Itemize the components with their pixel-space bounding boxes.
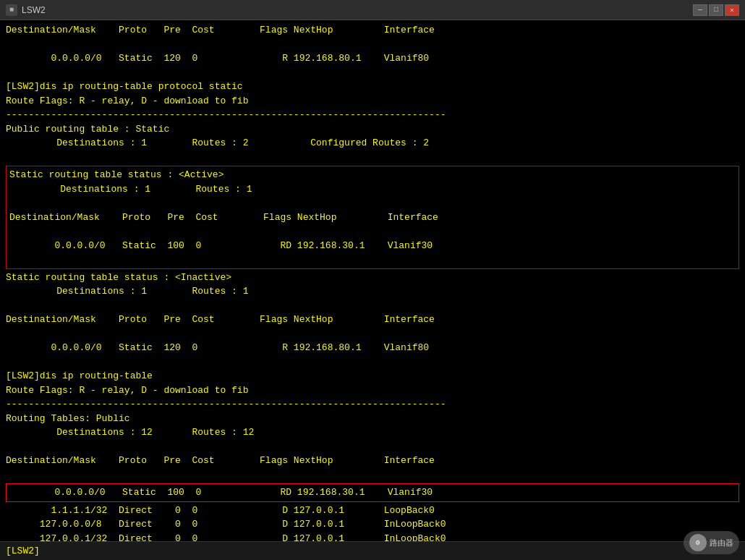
inactive-dest-routes: Destinations : 1 Routes : 1	[6, 284, 739, 299]
blank-3	[6, 150, 739, 165]
highlighted-route-row: 0.0.0.0/0 Static 100 0 RD 192.168.30.1 V…	[9, 485, 736, 500]
blank-10	[6, 440, 739, 454]
header-line-3: Destination/Mask Proto Pre Cost Flags Ne…	[6, 313, 739, 327]
minimize-button[interactable]: —	[693, 4, 707, 16]
inactive-route-row: 0.0.0.0/0 Static 120 0 R 192.168.80.1 Vl…	[6, 341, 739, 355]
header-line-2: Destination/Mask Proto Pre Cost Flags Ne…	[9, 211, 736, 225]
flags-line-1: Route Flags: R - relay, D - download to …	[6, 94, 739, 109]
inactive-status: Static routing table status : <Inactive>	[6, 271, 739, 285]
window-controls[interactable]: — □ ✕	[693, 4, 739, 16]
destinations-routes-2: Destinations : 12 Routes : 12	[6, 425, 739, 440]
watermark-text: 路由器	[710, 538, 733, 548]
maximize-button[interactable]: □	[709, 4, 723, 16]
blank-7	[6, 299, 739, 313]
blank-11	[6, 468, 739, 483]
watermark: ⚙ 路由器	[684, 531, 739, 554]
window-icon: ■	[6, 4, 17, 16]
cmd-line-1: [LSW2]dis ip routing-table protocol stat…	[6, 80, 739, 94]
route-line-1: 0.0.0.0/0 Static 120 0 R 192.168.80.1 Vl…	[6, 51, 739, 66]
separator-1: ----------------------------------------…	[6, 108, 739, 122]
close-button[interactable]: ✕	[725, 4, 739, 16]
title-bar: ■ LSW2 — □ ✕	[0, 0, 745, 20]
table-row-4: 127.0.0.1/32 Direct 0 0 D 127.0.0.1 InLo…	[6, 532, 739, 542]
blank-2	[6, 66, 739, 80]
cmd-line-2: [LSW2]dis ip routing-table	[6, 369, 739, 383]
terminal-content: Destination/Mask Proto Pre Cost Flags Ne…	[0, 20, 745, 541]
blank-6	[9, 253, 736, 267]
blank-5	[9, 224, 736, 239]
active-status: Static routing table status : <Active>	[9, 168, 736, 182]
active-routing-box: Static routing table status : <Active> D…	[6, 166, 739, 269]
terminal-prompt: [LSW2]	[6, 546, 40, 556]
bottom-bar: [LSW2]	[0, 541, 745, 560]
table-row-2: 1.1.1.1/32 Direct 0 0 D 127.0.0.1 LoopBa…	[6, 504, 739, 518]
routing-tables-public: Routing Tables: Public	[6, 412, 739, 426]
header-line-4: Destination/Mask Proto Pre Cost Flags Ne…	[6, 454, 739, 468]
table-row-3: 127.0.0.0/8 Direct 0 0 D 127.0.0.1 InLoo…	[6, 517, 739, 532]
window-title: LSW2	[22, 5, 689, 15]
blank-9	[6, 355, 739, 370]
highlighted-route-box: 0.0.0.0/0 Static 100 0 RD 192.168.30.1 V…	[6, 483, 739, 502]
watermark-icon: ⚙	[689, 534, 707, 551]
blank-8	[6, 327, 739, 341]
main-window: ■ LSW2 — □ ✕ Destination/Mask Proto Pre …	[0, 0, 745, 560]
separator-2: ----------------------------------------…	[6, 397, 739, 412]
flags-line-2: Route Flags: R - relay, D - download to …	[6, 383, 739, 398]
public-table-label: Public routing table : Static	[6, 122, 739, 137]
active-dest-routes: Destinations : 1 Routes : 1	[9, 182, 736, 197]
active-route-row: 0.0.0.0/0 Static 100 0 RD 192.168.30.1 V…	[9, 239, 736, 253]
header-line-1: Destination/Mask Proto Pre Cost Flags Ne…	[6, 23, 739, 38]
destinations-routes-1: Destinations : 1 Routes : 2 Configured R…	[6, 136, 739, 150]
blank-4	[9, 196, 736, 211]
blank-1	[6, 38, 739, 52]
